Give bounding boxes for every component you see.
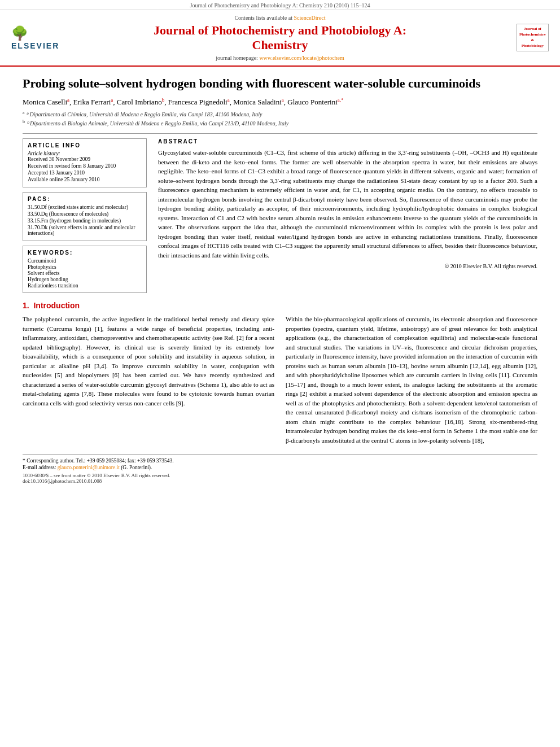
history-label: Article history: bbox=[28, 151, 142, 156]
email-label: E-mail address: bbox=[23, 465, 56, 470]
sciencedirect-link[interactable]: ScienceDirect bbox=[294, 15, 325, 21]
bottom-info: 1010-6030/$ – see front matter © 2010 El… bbox=[23, 473, 537, 484]
pacs-heading: PACS: bbox=[28, 196, 142, 202]
divider-1 bbox=[23, 133, 537, 134]
journal-title: Journal of Photochemistry and Photobiolo… bbox=[62, 23, 498, 53]
kw-radiationless: Radiationless transition bbox=[28, 283, 142, 289]
corresponding-author: * Corresponding author. Tel.: +39 059 20… bbox=[23, 458, 537, 464]
email-address[interactable]: glauco.ponterini@unimore.it bbox=[58, 465, 120, 470]
authors-line: Monica Casellia, Erika Ferraria, Carol I… bbox=[23, 97, 537, 107]
accepted-date: Accepted 13 January 2010 bbox=[28, 170, 142, 176]
issn-line: 1010-6030/$ – see front matter © 2010 El… bbox=[23, 473, 537, 478]
paper-title: Probing solute–solvent hydrogen bonding … bbox=[23, 76, 537, 92]
right-column: ABSTRACT Glycosylated water-soluble curc… bbox=[158, 138, 537, 293]
pacs-item-1: 31.50.Df (excited states atomic and mole… bbox=[28, 204, 142, 210]
paper-area: Probing solute–solvent hydrogen bonding … bbox=[0, 67, 560, 490]
intro-body: The polyphenol curcumin, the active ingr… bbox=[23, 314, 537, 448]
journal-right-logo: Journal ofPhotochemistry&Photobiology bbox=[498, 24, 549, 51]
pacs-box: PACS: 31.50.Df (excited states atomic an… bbox=[23, 192, 147, 241]
journal-title-line1: Journal of Photochemistry and Photobiolo… bbox=[154, 23, 406, 37]
email-suffix: (G. Ponterini). bbox=[121, 465, 152, 470]
intro-left-col: The polyphenol curcumin, the active ingr… bbox=[23, 314, 274, 448]
intro-left-text: The polyphenol curcumin, the active ingr… bbox=[23, 314, 274, 408]
keywords-heading: Keywords: bbox=[28, 250, 142, 256]
intro-right-col: Within the bio-pharmacological applicati… bbox=[286, 314, 537, 448]
pacs-item-2: 33.50.Dq (fluorescence of molecules) bbox=[28, 211, 142, 217]
homepage-link[interactable]: www.elsevier.com/locate/jphotochem bbox=[259, 55, 344, 61]
section-title: 1. Introduction bbox=[23, 301, 537, 310]
pacs-item-3: 33.15.Fm (hydrogen bonding in molecules) bbox=[28, 218, 142, 224]
available-online-date: Available online 25 January 2010 bbox=[28, 177, 142, 182]
contents-label: Contents lists available at bbox=[234, 15, 292, 21]
received-revised-date: Received in revised form 8 January 2010 bbox=[28, 163, 142, 169]
journal-logo-box: Journal ofPhotochemistry&Photobiology bbox=[517, 24, 549, 51]
kw-solvent-effects: Solvent effects bbox=[28, 270, 142, 276]
section-name: Introduction bbox=[33, 301, 80, 310]
elsevier-wordmark: ELSEVIER bbox=[11, 41, 59, 50]
journal-center-info: Contents lists available at ScienceDirec… bbox=[62, 15, 498, 61]
journal-header: 🌳 ELSEVIER Contents lists available at S… bbox=[0, 10, 560, 67]
left-column: ARTICLE INFO Article history: Received 3… bbox=[23, 138, 147, 293]
email-line: E-mail address: glauco.ponterini@unimore… bbox=[23, 465, 537, 470]
keywords-box: Keywords: Curcuminoid Photophysics Solve… bbox=[23, 246, 147, 293]
article-meta-section: ARTICLE INFO Article history: Received 3… bbox=[23, 138, 537, 293]
intro-right-text: Within the bio-pharmacological applicati… bbox=[286, 314, 537, 445]
homepage-label: journal homepage: bbox=[216, 55, 258, 61]
footnotes-area: * Corresponding author. Tel.: +39 059 20… bbox=[23, 454, 537, 470]
article-info-heading: ARTICLE INFO bbox=[28, 142, 142, 148]
intro-section: 1. Introduction The polyphenol curcumin,… bbox=[23, 301, 537, 448]
contents-line: Contents lists available at ScienceDirec… bbox=[62, 15, 498, 21]
corresponding-label: * Corresponding author. Tel.: +39 059 20… bbox=[23, 458, 174, 464]
journal-citation: Journal of Photochemistry and Photobiolo… bbox=[190, 2, 370, 8]
affiliations: a ᵃ Dipartimento di Chimica, Università … bbox=[23, 110, 537, 128]
abstract-heading: ABSTRACT bbox=[158, 138, 537, 145]
affil-b: ᵇ Dipartimento di Biologia Animale, Univ… bbox=[27, 120, 289, 126]
journal-title-line2: Chemistry bbox=[252, 38, 308, 52]
intro-right-para1: Within the bio-pharmacological applicati… bbox=[286, 314, 537, 445]
elsevier-logo: 🌳 ELSEVIER bbox=[11, 25, 62, 50]
copyright-line: © 2010 Elsevier B.V. All rights reserved… bbox=[158, 263, 537, 269]
section-number: 1. bbox=[23, 301, 29, 310]
doi-line: doi:10.1016/j.jphotochem.2010.01.008 bbox=[23, 478, 537, 484]
kw-hydrogen-bonding: Hydrogen bonding bbox=[28, 277, 142, 282]
kw-photophysics: Photophysics bbox=[28, 264, 142, 270]
elsevier-tree-icon: 🌳 bbox=[11, 25, 28, 41]
article-info-box: ARTICLE INFO Article history: Received 3… bbox=[23, 138, 147, 187]
received-date: Received 30 November 2009 bbox=[28, 156, 142, 162]
intro-left-para1: The polyphenol curcumin, the active ingr… bbox=[23, 314, 274, 408]
kw-curcuminoid: Curcuminoid bbox=[28, 258, 142, 264]
journal-homepage: journal homepage: www.elsevier.com/locat… bbox=[62, 55, 498, 61]
top-bar: Journal of Photochemistry and Photobiolo… bbox=[0, 0, 560, 10]
abstract-text: Glycosylated water-soluble curcuminoids … bbox=[158, 148, 537, 260]
pacs-item-4: 31.70.Dk (solvent effects in atomic and … bbox=[28, 225, 142, 236]
affil-a: ᵃ Dipartimento di Chimica, Università di… bbox=[26, 111, 262, 117]
